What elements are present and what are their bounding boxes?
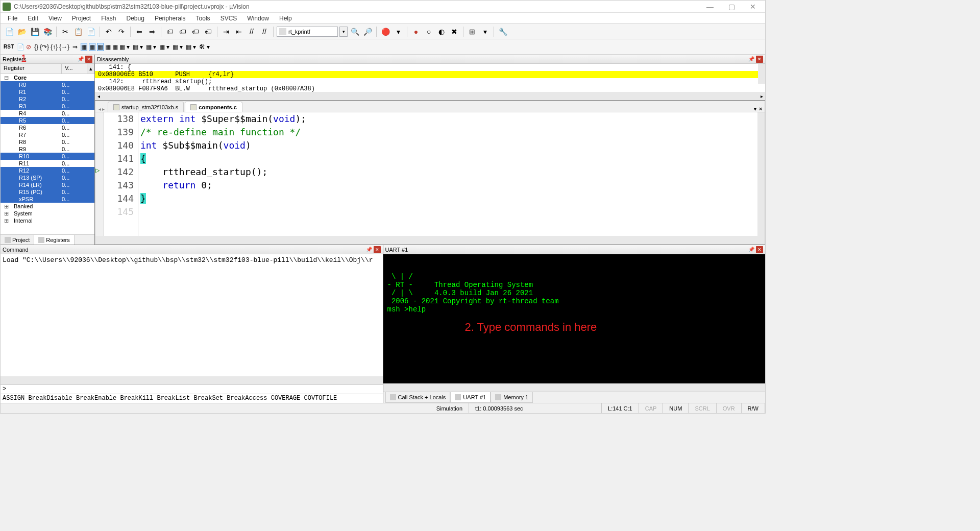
system-dd[interactable]: ▾ <box>193 43 196 51</box>
register-row[interactable]: R110... <box>1 160 94 167</box>
menu-tools[interactable]: Tools <box>191 14 215 23</box>
window-icon[interactable]: ⊞ <box>467 26 478 37</box>
code-line[interactable]: { <box>140 152 765 165</box>
toolbox-dd[interactable]: ▾ <box>207 43 210 51</box>
reset-icon[interactable]: RST <box>4 44 14 50</box>
breakpoint-enable-icon[interactable]: ○ <box>423 26 434 37</box>
tab-registers[interactable]: Registers <box>34 235 74 245</box>
scrollbar-horizontal[interactable]: ◂ ▸ <box>95 92 765 100</box>
menu-help[interactable]: Help <box>274 14 297 23</box>
bookmark-clear-icon[interactable]: 🏷 <box>203 26 214 37</box>
menu-view[interactable]: View <box>43 14 67 23</box>
bookmark-next-icon[interactable]: 🏷 <box>190 26 201 37</box>
register-row[interactable]: R10... <box>1 88 94 95</box>
call-stack-window-icon[interactable]: ▦ <box>112 43 118 51</box>
code-line[interactable]: int $Sub$$main(void) <box>140 139 765 152</box>
disasm-window-icon[interactable]: ▦ <box>89 43 95 51</box>
register-row[interactable]: R70... <box>1 131 94 138</box>
menu-project[interactable]: Project <box>67 14 96 23</box>
step-over-icon[interactable]: {↷} <box>40 43 49 51</box>
editor-body[interactable]: ▷ 138139140141142143144145 extern int $S… <box>95 112 765 236</box>
tab-memory1[interactable]: Memory 1 <box>491 392 533 403</box>
new-file-icon[interactable]: 📄 <box>4 26 15 37</box>
code-line[interactable]: return 0; <box>140 179 765 192</box>
register-group-core[interactable]: ⊟Core <box>1 74 94 81</box>
menu-svcs[interactable]: SVCS <box>215 14 242 23</box>
find-input[interactable] <box>277 27 338 37</box>
nav-back-icon[interactable]: ⇐ <box>134 26 145 37</box>
pin-icon[interactable]: 📌 <box>748 56 755 63</box>
disasm-line[interactable]: 0x080006E6 B510 PUSH {r4,lr} <box>95 71 765 78</box>
menu-debug[interactable]: Debug <box>121 14 150 23</box>
command-input[interactable]: > <box>1 384 383 394</box>
tab-project[interactable]: Project <box>1 235 34 245</box>
register-group-system[interactable]: ⊞System <box>1 210 94 217</box>
find-field[interactable] <box>288 29 329 35</box>
disasm-line[interactable]: 141: { <box>95 64 765 71</box>
paste-icon[interactable]: 📄 <box>85 26 96 37</box>
scrollbar-horizontal[interactable] <box>383 383 766 392</box>
code-area[interactable]: extern int $Super$$main(void);/* re-defi… <box>138 112 765 236</box>
scroll-left-icon[interactable]: ◂ <box>95 93 102 99</box>
scroll-right-icon[interactable]: ▸ <box>758 93 765 99</box>
register-group-internal[interactable]: ⊞Internal <box>1 217 94 224</box>
tab-callstack[interactable]: Call Stack + Locals <box>385 392 451 403</box>
close-icon[interactable]: ✕ <box>85 56 92 63</box>
tab-menu-icon[interactable]: ▾ <box>754 106 756 112</box>
register-row[interactable]: R60... <box>1 124 94 131</box>
indent-icon[interactable]: ⇥ <box>220 26 232 37</box>
register-row[interactable]: R30... <box>1 103 94 110</box>
code-line[interactable]: /* re-define main function */ <box>140 126 765 139</box>
step-out-icon[interactable]: {↑} <box>51 43 58 51</box>
watch-window-icon[interactable]: ▦ <box>119 43 125 51</box>
save-icon[interactable]: 💾 <box>29 26 40 37</box>
show-next-icon[interactable]: ⇒ <box>72 43 78 51</box>
register-row[interactable]: R80... <box>1 138 94 146</box>
configure-icon[interactable]: 🔧 <box>497 26 508 37</box>
memory-window-icon[interactable]: ▦ <box>133 43 138 51</box>
system-viewer-icon[interactable]: ▦ <box>186 43 191 51</box>
menu-flash[interactable]: Flash <box>96 14 121 23</box>
menu-window[interactable]: Window <box>242 14 274 23</box>
pin-icon[interactable]: 📌 <box>365 246 373 253</box>
find-in-files-icon[interactable]: 🔍 <box>349 26 360 37</box>
register-row[interactable]: R100... <box>1 153 94 160</box>
tab-nav-fwd-icon[interactable]: ▸ <box>102 106 105 112</box>
code-line[interactable]: rtthread_startup(); <box>140 165 765 179</box>
bookmark-prev-icon[interactable]: 🏷 <box>177 26 188 37</box>
scrollbar-horizontal[interactable] <box>1 376 383 384</box>
serial-window-icon[interactable]: ▦ <box>146 43 152 51</box>
outdent-icon[interactable]: ⇤ <box>233 26 244 37</box>
menu-peripherals[interactable]: Peripherals <box>150 14 191 23</box>
close-icon[interactable]: ✕ <box>756 246 763 253</box>
disassembly-body[interactable]: 141: {0x080006E6 B510 PUSH {r4,lr} 142: … <box>95 64 765 92</box>
analysis-window-icon[interactable]: ▦ <box>159 43 165 51</box>
maximize-button[interactable]: ▢ <box>721 2 742 12</box>
redo-icon[interactable]: ↷ <box>116 26 127 37</box>
pin-icon[interactable]: 📌 <box>77 56 84 63</box>
register-group-banked[interactable]: ⊞Banked <box>1 203 94 210</box>
register-row[interactable]: R13 (SP)0... <box>1 174 94 181</box>
analysis-dd[interactable]: ▾ <box>166 43 169 51</box>
cut-icon[interactable]: ✂ <box>60 26 71 37</box>
menu-edit[interactable]: Edit <box>22 14 43 23</box>
scrollbar-vertical[interactable] <box>758 64 765 84</box>
run-to-cursor-icon[interactable]: {→} <box>59 43 69 51</box>
register-row[interactable]: R00... <box>1 81 94 88</box>
breakpoint-disable-icon[interactable]: ◐ <box>436 26 447 37</box>
close-icon[interactable]: ✕ <box>758 106 763 112</box>
pin-icon[interactable]: 📌 <box>748 246 755 253</box>
register-row[interactable]: R14 (LR)0... <box>1 181 94 188</box>
uncomment-icon[interactable]: // <box>259 26 270 37</box>
symbols-window-icon[interactable]: ▦ <box>97 43 104 51</box>
tab-uart1[interactable]: UART #1 <box>450 392 491 403</box>
close-icon[interactable]: ✕ <box>756 56 763 63</box>
register-row[interactable]: R90... <box>1 146 94 153</box>
scrollbar-vertical[interactable] <box>757 112 765 236</box>
find-dropdown[interactable]: ▾ <box>339 27 348 37</box>
register-col-name[interactable]: Register <box>1 64 62 74</box>
window-dd[interactable]: ▾ <box>479 26 491 37</box>
register-row[interactable]: R15 (PC)0... <box>1 188 94 196</box>
menu-file[interactable]: File <box>3 14 22 23</box>
toolbox-icon[interactable]: 🛠 <box>199 43 205 51</box>
